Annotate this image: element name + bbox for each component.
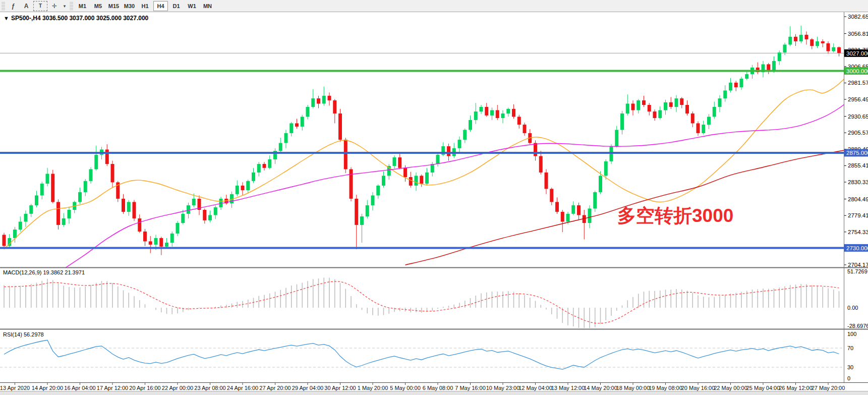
candle-body: [685, 105, 689, 114]
candle-body: [317, 98, 320, 103]
candle-body: [474, 111, 478, 120]
candle-body: [626, 103, 629, 113]
candle-body: [246, 181, 250, 190]
price-badge-label: 3000.000: [846, 68, 868, 74]
candle-body: [648, 105, 651, 111]
candle-body: [501, 114, 505, 118]
candle-body: [539, 156, 543, 172]
candle-body: [740, 79, 743, 87]
timeframe-button-m5[interactable]: M5: [91, 1, 105, 11]
indicators-icon[interactable]: ƒ: [7, 1, 19, 11]
candle-body: [311, 98, 315, 107]
time-tick-label: 6 May 08:00: [423, 385, 453, 391]
chart-title-ohlc-readout: SP500-,H4 3036.500 3037.000 3025.000 302…: [11, 15, 149, 22]
timeframe-button-d1[interactable]: D1: [169, 1, 184, 11]
timeframe-button-m1[interactable]: M1: [75, 1, 90, 11]
timeframe-button-h4[interactable]: H4: [153, 1, 168, 11]
toolbar-grip-2[interactable]: [70, 2, 73, 10]
candle-body: [344, 140, 348, 169]
candle-body: [355, 199, 358, 225]
candle-body: [111, 164, 114, 182]
candle-body: [208, 215, 212, 220]
candle-body: [360, 216, 364, 225]
timeframe-button-w1[interactable]: W1: [185, 1, 199, 11]
candle-body: [588, 208, 592, 223]
candle-body: [398, 157, 401, 168]
status-bar: [0, 391, 868, 395]
cursor-mode-icon[interactable]: ✛: [48, 1, 61, 11]
candle-body: [523, 125, 527, 133]
timeframe-button-mn[interactable]: MN: [200, 1, 215, 11]
candle-body: [697, 123, 700, 133]
candle-body: [680, 98, 683, 105]
candle-body: [51, 174, 54, 202]
candle-body: [577, 205, 581, 215]
price-tick-label: 2830.330: [848, 179, 868, 185]
candle-body: [295, 123, 299, 126]
candle-body: [604, 161, 608, 176]
chart-canvas[interactable]: 3082.6503056.8103031.7303006.6502981.570…: [0, 0, 868, 391]
candle-body: [236, 186, 239, 194]
candle-body: [599, 176, 602, 192]
dropdown-caret-icon[interactable]: ▾: [62, 1, 68, 11]
candle-body: [799, 35, 803, 41]
toolbar: ƒAT✛▾ M1M5M15M30H1H4D1W1MN: [0, 0, 868, 12]
rsi-pane[interactable]: [0, 340, 844, 369]
candle-body: [338, 114, 342, 140]
candle-body: [636, 100, 640, 110]
price-badge-label: 2730.000: [846, 245, 868, 251]
timeframe-button-m15[interactable]: M15: [106, 1, 121, 11]
rsi-axis-0: 0: [847, 375, 850, 381]
time-tick-label: 13 May 12:00: [551, 385, 585, 391]
rsi-line: [4, 340, 839, 369]
candle-body: [181, 214, 185, 223]
candle-body: [214, 207, 217, 215]
candle-body: [620, 114, 624, 130]
candle-body: [571, 205, 575, 214]
candle-body: [328, 96, 331, 100]
candle-body: [555, 202, 559, 211]
candle-body: [252, 173, 255, 181]
macd-pane[interactable]: [4, 277, 839, 328]
candle-body: [154, 238, 158, 245]
timeframe-button-m30[interactable]: M30: [122, 1, 137, 11]
price-badge-label: 2875.000: [846, 150, 868, 156]
time-tick-label: 30 Apr 12:00: [324, 385, 356, 391]
candle-body: [165, 243, 168, 247]
time-tick-label: 14 May 20:00: [584, 385, 617, 391]
candle-body: [403, 168, 407, 177]
text-box-icon[interactable]: T: [33, 1, 47, 11]
candle-body: [263, 164, 266, 168]
rsi-axis-100: 100: [847, 331, 856, 337]
price-axis[interactable]: 3082.6503056.8103031.7303006.6502981.570…: [844, 14, 868, 268]
rsi-axis-70: 70: [847, 345, 853, 351]
candle-body: [729, 83, 732, 91]
main-price-pane[interactable]: [0, 26, 855, 269]
rsi-axis-30: 30: [847, 364, 853, 370]
candle-body: [393, 157, 396, 166]
candle-body: [94, 155, 98, 170]
candle-body: [723, 90, 727, 98]
candle-body: [376, 186, 380, 195]
price-tick-label: 2754.330: [848, 229, 868, 235]
candle-body: [534, 143, 537, 156]
candle-body: [89, 169, 93, 181]
candle-body: [816, 41, 819, 46]
candle-body: [127, 202, 131, 211]
text-label-icon[interactable]: A: [20, 1, 32, 11]
time-tick-label: 1 May 20:00: [358, 385, 388, 391]
chart-annotation-text[interactable]: 多空转折3000: [617, 205, 733, 226]
candle-body: [561, 212, 564, 221]
time-axis[interactable]: 13 Apr 202014 Apr 20:0016 Apr 04:0017 Ap…: [0, 382, 845, 391]
timeframe-button-h1[interactable]: H1: [138, 1, 152, 11]
symbol-dropdown-caret[interactable]: ▼: [4, 15, 9, 21]
candle-body: [159, 238, 163, 247]
price-tick-label: 2704.170: [848, 262, 868, 268]
candle-body: [371, 195, 375, 205]
time-tick-label: 22 Apr 00:00: [162, 385, 193, 391]
candle-body: [279, 143, 282, 151]
candle-body: [333, 100, 336, 114]
toolbar-grip[interactable]: [2, 2, 5, 10]
candle-body: [322, 96, 326, 104]
candle-body: [301, 117, 304, 126]
